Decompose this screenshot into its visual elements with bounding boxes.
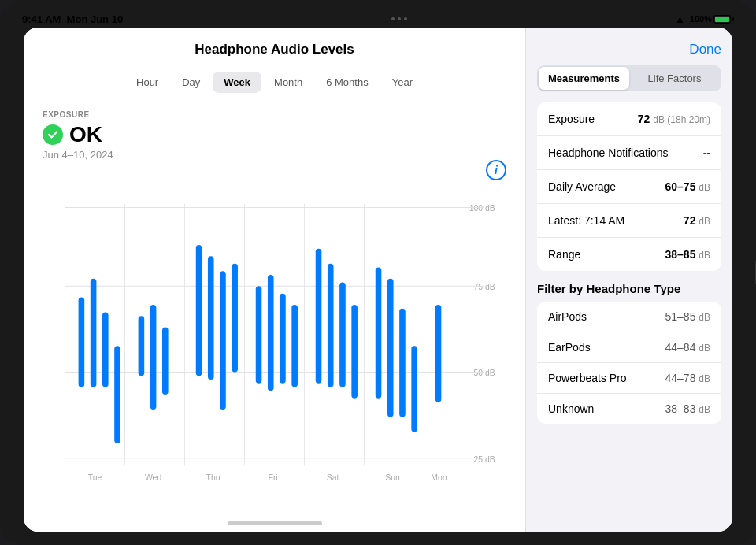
bar-tue-4 xyxy=(114,346,120,443)
filter-value-airpods: 51–85 dB xyxy=(665,310,710,323)
x-label-fri: Fri xyxy=(269,473,278,482)
bar-tue-3 xyxy=(102,313,109,387)
filter-list: AirPods 51–85 dB EarPods 44–84 dB xyxy=(537,302,721,424)
x-label-mon: Mon xyxy=(431,473,447,482)
y-label-50: 50 dB xyxy=(473,369,495,377)
bar-wed-1 xyxy=(139,316,145,376)
x-label-thu: Thu xyxy=(206,473,220,482)
stat-card-range: Range 38–85 dB xyxy=(537,238,721,271)
y-label-100: 100 dB xyxy=(469,204,495,213)
status-center-dots xyxy=(391,17,407,20)
right-panel: Done Measurements Life Factors Exposure … xyxy=(526,28,732,532)
bar-sat-1 xyxy=(316,249,322,384)
bar-fri-4 xyxy=(291,305,298,387)
filter-label-airpods: AirPods xyxy=(548,310,587,323)
stat-card-headphone-notifications: Headphone Notifications -- xyxy=(537,136,721,170)
right-header: Done xyxy=(526,28,732,65)
bar-mon-1 xyxy=(435,305,442,402)
time-btn-6months[interactable]: 6 Months xyxy=(315,72,379,93)
bar-fri-1 xyxy=(256,286,262,384)
x-label-tue: Tue xyxy=(88,473,102,482)
tab-measurements[interactable]: Measurements xyxy=(539,67,629,90)
y-label-75: 75 dB xyxy=(473,283,495,291)
chart-area: 100 dB 75 dB 50 dB 25 dB xyxy=(24,169,525,532)
date-range: Jun 4–10, 2024 xyxy=(43,149,506,161)
time-btn-month[interactable]: Month xyxy=(263,72,313,93)
chart-svg: 100 dB 75 dB 50 dB 25 dB xyxy=(43,176,506,508)
wifi-icon: ▲ xyxy=(675,13,685,25)
checkmark-icon xyxy=(46,128,59,141)
bar-sat-3 xyxy=(339,283,346,387)
stats-list: Exposure 72 dB (18h 20m) Headphone Notif… xyxy=(526,102,732,271)
stat-value-latest: 72 dB xyxy=(684,214,710,227)
stat-card-daily-average: Daily Average 60–75 dB xyxy=(537,170,721,204)
content-area: Headphone Audio Levels Hour Day Week Mon… xyxy=(24,28,732,532)
time-selector: Hour Day Week Month 6 Months Year xyxy=(24,65,525,102)
bar-wed-3 xyxy=(162,328,169,395)
stat-value-exposure: 72 dB (18h 20m) xyxy=(638,113,710,125)
stat-card-exposure: Exposure 72 dB (18h 20m) xyxy=(537,102,721,136)
filter-label-powerbeats: Powerbeats Pro xyxy=(548,372,627,384)
status-time: 9:41 AM Mon Jun 10 xyxy=(22,13,123,25)
bar-thu-4 xyxy=(232,264,238,373)
bar-fri-3 xyxy=(280,294,286,384)
bar-thu-2 xyxy=(208,256,214,380)
time-btn-hour[interactable]: Hour xyxy=(125,72,169,93)
filter-label-unknown: Unknown xyxy=(548,402,594,415)
filter-card-airpods[interactable]: AirPods 51–85 dB xyxy=(537,302,721,332)
bar-sat-2 xyxy=(328,264,334,387)
stat-label-range: Range xyxy=(548,248,580,261)
app-screen: Headphone Audio Levels Hour Day Week Mon… xyxy=(24,28,732,532)
tab-life-factors[interactable]: Life Factors xyxy=(629,67,720,90)
filter-value-earpods: 44–84 dB xyxy=(665,341,710,354)
bar-tue-1 xyxy=(79,298,85,387)
status-bar: 9:41 AM Mon Jun 10 ▲ 100% xyxy=(0,8,756,30)
left-panel: Headphone Audio Levels Hour Day Week Mon… xyxy=(24,28,526,532)
stat-card-latest: Latest: 7:14 AM 72 dB xyxy=(537,204,721,238)
filter-value-unknown: 38–83 dB xyxy=(665,402,710,415)
status-right: ▲ 100% xyxy=(675,13,734,25)
bar-sun-2 xyxy=(387,279,394,417)
page-title: Headphone Audio Levels xyxy=(195,42,354,57)
filter-card-unknown[interactable]: Unknown 38–83 dB xyxy=(537,394,721,424)
time-btn-year[interactable]: Year xyxy=(381,72,424,93)
filter-value-powerbeats: 44–78 dB xyxy=(665,372,710,384)
bar-sat-4 xyxy=(351,305,358,399)
bar-thu-1 xyxy=(196,245,202,376)
filter-card-earpods[interactable]: EarPods 44–84 dB xyxy=(537,332,721,363)
stat-value-headphone-notifications: -- xyxy=(703,146,710,159)
x-label-sat: Sat xyxy=(327,473,339,482)
exposure-section: EXPOSURE OK Jun 4–10, 2024 xyxy=(24,102,525,161)
stat-value-range: 38–85 dB xyxy=(665,248,710,261)
bar-tue-2 xyxy=(91,279,97,387)
bar-sun-1 xyxy=(376,268,382,399)
x-label-sun: Sun xyxy=(385,473,400,482)
filter-section: Filter by Headphone Type AirPods 51–85 d… xyxy=(526,271,732,430)
exposure-status: OK xyxy=(43,122,506,147)
bar-fri-2 xyxy=(268,275,274,391)
x-label-wed: Wed xyxy=(145,473,161,482)
stat-label-daily-average: Daily Average xyxy=(548,180,616,193)
filter-label-earpods: EarPods xyxy=(548,341,591,354)
bar-thu-3 xyxy=(220,271,226,410)
ipad-frame: 9:41 AM Mon Jun 10 ▲ 100% Headphone Au xyxy=(0,0,756,545)
ok-text: OK xyxy=(69,122,102,147)
page-title-bar: Headphone Audio Levels xyxy=(24,28,525,65)
filter-title: Filter by Headphone Type xyxy=(537,282,721,295)
bar-wed-2 xyxy=(150,305,157,410)
stat-label-headphone-notifications: Headphone Notifications xyxy=(548,146,669,159)
bar-sun-3 xyxy=(399,309,406,417)
y-label-25: 25 dB xyxy=(473,455,495,464)
filter-card-powerbeats[interactable]: Powerbeats Pro 44–78 dB xyxy=(537,363,721,394)
exposure-label: EXPOSURE xyxy=(43,110,506,119)
bar-sun-4 xyxy=(411,346,417,432)
stat-value-daily-average: 60–75 dB xyxy=(665,180,710,193)
time-btn-week[interactable]: Week xyxy=(213,72,261,93)
stat-label-exposure: Exposure xyxy=(548,113,595,125)
battery-indicator: 100% xyxy=(690,14,734,24)
stat-label-latest: Latest: 7:14 AM xyxy=(548,214,624,227)
done-button[interactable]: Done xyxy=(689,42,721,57)
toggle-tabs: Measurements Life Factors xyxy=(537,65,721,91)
ok-status-circle xyxy=(43,124,63,145)
time-btn-day[interactable]: Day xyxy=(171,72,211,93)
